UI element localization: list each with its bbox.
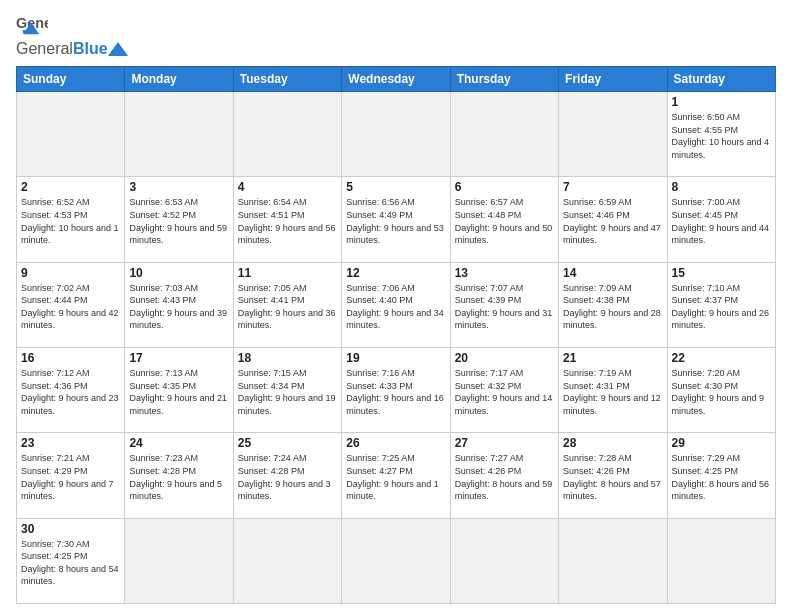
calendar-cell: 3Sunrise: 6:53 AM Sunset: 4:52 PM Daylig…	[125, 177, 233, 262]
day-number: 17	[129, 351, 228, 365]
calendar-cell	[667, 518, 775, 603]
day-info: Sunrise: 7:28 AM Sunset: 4:26 PM Dayligh…	[563, 452, 662, 502]
day-number: 24	[129, 436, 228, 450]
calendar-cell: 6Sunrise: 6:57 AM Sunset: 4:48 PM Daylig…	[450, 177, 558, 262]
day-number: 2	[21, 180, 120, 194]
day-number: 10	[129, 266, 228, 280]
weekday-header-friday: Friday	[559, 67, 667, 92]
calendar-cell: 30Sunrise: 7:30 AM Sunset: 4:25 PM Dayli…	[17, 518, 125, 603]
day-info: Sunrise: 7:19 AM Sunset: 4:31 PM Dayligh…	[563, 367, 662, 417]
day-number: 13	[455, 266, 554, 280]
day-info: Sunrise: 6:57 AM Sunset: 4:48 PM Dayligh…	[455, 196, 554, 246]
calendar-cell: 16Sunrise: 7:12 AM Sunset: 4:36 PM Dayli…	[17, 347, 125, 432]
day-number: 22	[672, 351, 771, 365]
calendar-cell	[125, 92, 233, 177]
calendar-cell: 23Sunrise: 7:21 AM Sunset: 4:29 PM Dayli…	[17, 433, 125, 518]
calendar-cell: 27Sunrise: 7:27 AM Sunset: 4:26 PM Dayli…	[450, 433, 558, 518]
day-number: 14	[563, 266, 662, 280]
day-number: 9	[21, 266, 120, 280]
calendar-cell	[450, 92, 558, 177]
calendar-cell: 12Sunrise: 7:06 AM Sunset: 4:40 PM Dayli…	[342, 262, 450, 347]
day-number: 11	[238, 266, 337, 280]
calendar-table: SundayMondayTuesdayWednesdayThursdayFrid…	[16, 66, 776, 604]
calendar-header-row: SundayMondayTuesdayWednesdayThursdayFrid…	[17, 67, 776, 92]
day-info: Sunrise: 7:29 AM Sunset: 4:25 PM Dayligh…	[672, 452, 771, 502]
day-info: Sunrise: 7:20 AM Sunset: 4:30 PM Dayligh…	[672, 367, 771, 417]
calendar-cell: 15Sunrise: 7:10 AM Sunset: 4:37 PM Dayli…	[667, 262, 775, 347]
day-number: 16	[21, 351, 120, 365]
day-info: Sunrise: 7:00 AM Sunset: 4:45 PM Dayligh…	[672, 196, 771, 246]
svg-rect-4	[111, 51, 125, 56]
calendar-cell: 1Sunrise: 6:50 AM Sunset: 4:55 PM Daylig…	[667, 92, 775, 177]
day-number: 26	[346, 436, 445, 450]
day-info: Sunrise: 7:06 AM Sunset: 4:40 PM Dayligh…	[346, 282, 445, 332]
weekday-header-tuesday: Tuesday	[233, 67, 341, 92]
day-info: Sunrise: 7:03 AM Sunset: 4:43 PM Dayligh…	[129, 282, 228, 332]
day-number: 7	[563, 180, 662, 194]
day-number: 5	[346, 180, 445, 194]
weekday-header-monday: Monday	[125, 67, 233, 92]
day-info: Sunrise: 6:53 AM Sunset: 4:52 PM Dayligh…	[129, 196, 228, 246]
calendar-cell	[233, 518, 341, 603]
day-info: Sunrise: 7:12 AM Sunset: 4:36 PM Dayligh…	[21, 367, 120, 417]
day-info: Sunrise: 6:56 AM Sunset: 4:49 PM Dayligh…	[346, 196, 445, 246]
calendar-cell: 26Sunrise: 7:25 AM Sunset: 4:27 PM Dayli…	[342, 433, 450, 518]
day-number: 28	[563, 436, 662, 450]
day-info: Sunrise: 7:30 AM Sunset: 4:25 PM Dayligh…	[21, 538, 120, 588]
day-number: 3	[129, 180, 228, 194]
weekday-header-sunday: Sunday	[17, 67, 125, 92]
weekday-header-saturday: Saturday	[667, 67, 775, 92]
calendar-cell: 28Sunrise: 7:28 AM Sunset: 4:26 PM Dayli…	[559, 433, 667, 518]
day-info: Sunrise: 7:24 AM Sunset: 4:28 PM Dayligh…	[238, 452, 337, 502]
day-info: Sunrise: 7:02 AM Sunset: 4:44 PM Dayligh…	[21, 282, 120, 332]
calendar-cell	[233, 92, 341, 177]
calendar-cell: 8Sunrise: 7:00 AM Sunset: 4:45 PM Daylig…	[667, 177, 775, 262]
calendar-cell: 24Sunrise: 7:23 AM Sunset: 4:28 PM Dayli…	[125, 433, 233, 518]
day-number: 21	[563, 351, 662, 365]
calendar-cell: 29Sunrise: 7:29 AM Sunset: 4:25 PM Dayli…	[667, 433, 775, 518]
calendar-cell: 7Sunrise: 6:59 AM Sunset: 4:46 PM Daylig…	[559, 177, 667, 262]
day-info: Sunrise: 6:50 AM Sunset: 4:55 PM Dayligh…	[672, 111, 771, 161]
calendar-week-row: 30Sunrise: 7:30 AM Sunset: 4:25 PM Dayli…	[17, 518, 776, 603]
calendar-cell: 9Sunrise: 7:02 AM Sunset: 4:44 PM Daylig…	[17, 262, 125, 347]
day-number: 25	[238, 436, 337, 450]
day-info: Sunrise: 7:13 AM Sunset: 4:35 PM Dayligh…	[129, 367, 228, 417]
day-number: 6	[455, 180, 554, 194]
calendar-cell: 13Sunrise: 7:07 AM Sunset: 4:39 PM Dayli…	[450, 262, 558, 347]
day-number: 23	[21, 436, 120, 450]
logo-icon: General	[16, 12, 48, 40]
day-number: 18	[238, 351, 337, 365]
calendar-cell: 20Sunrise: 7:17 AM Sunset: 4:32 PM Dayli…	[450, 347, 558, 432]
day-number: 29	[672, 436, 771, 450]
day-number: 4	[238, 180, 337, 194]
day-number: 1	[672, 95, 771, 109]
calendar-cell: 18Sunrise: 7:15 AM Sunset: 4:34 PM Dayli…	[233, 347, 341, 432]
day-info: Sunrise: 7:21 AM Sunset: 4:29 PM Dayligh…	[21, 452, 120, 502]
calendar-cell	[125, 518, 233, 603]
day-info: Sunrise: 6:59 AM Sunset: 4:46 PM Dayligh…	[563, 196, 662, 246]
weekday-header-wednesday: Wednesday	[342, 67, 450, 92]
day-number: 8	[672, 180, 771, 194]
svg-rect-2	[23, 30, 35, 33]
day-info: Sunrise: 6:54 AM Sunset: 4:51 PM Dayligh…	[238, 196, 337, 246]
day-number: 30	[21, 522, 120, 536]
calendar-cell: 14Sunrise: 7:09 AM Sunset: 4:38 PM Dayli…	[559, 262, 667, 347]
day-info: Sunrise: 7:17 AM Sunset: 4:32 PM Dayligh…	[455, 367, 554, 417]
page: General GeneralBlue SundayMondayTuesday	[0, 0, 792, 612]
calendar-cell	[559, 92, 667, 177]
day-info: Sunrise: 7:10 AM Sunset: 4:37 PM Dayligh…	[672, 282, 771, 332]
calendar-cell: 19Sunrise: 7:16 AM Sunset: 4:33 PM Dayli…	[342, 347, 450, 432]
day-info: Sunrise: 7:23 AM Sunset: 4:28 PM Dayligh…	[129, 452, 228, 502]
day-info: Sunrise: 7:25 AM Sunset: 4:27 PM Dayligh…	[346, 452, 445, 502]
calendar-week-row: 2Sunrise: 6:52 AM Sunset: 4:53 PM Daylig…	[17, 177, 776, 262]
day-number: 27	[455, 436, 554, 450]
calendar-cell	[450, 518, 558, 603]
calendar-cell: 11Sunrise: 7:05 AM Sunset: 4:41 PM Dayli…	[233, 262, 341, 347]
calendar-cell: 25Sunrise: 7:24 AM Sunset: 4:28 PM Dayli…	[233, 433, 341, 518]
day-info: Sunrise: 7:16 AM Sunset: 4:33 PM Dayligh…	[346, 367, 445, 417]
calendar-week-row: 23Sunrise: 7:21 AM Sunset: 4:29 PM Dayli…	[17, 433, 776, 518]
calendar-week-row: 16Sunrise: 7:12 AM Sunset: 4:36 PM Dayli…	[17, 347, 776, 432]
day-number: 15	[672, 266, 771, 280]
weekday-header-thursday: Thursday	[450, 67, 558, 92]
calendar-week-row: 9Sunrise: 7:02 AM Sunset: 4:44 PM Daylig…	[17, 262, 776, 347]
